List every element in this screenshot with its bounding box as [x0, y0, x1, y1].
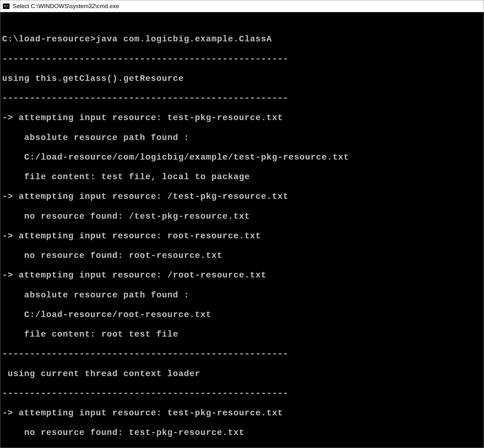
output-line: no resource found: /test-pkg-resource.tx… [2, 212, 482, 222]
output-line: C:/load-resource/root-resource.txt [2, 310, 482, 320]
output-line: file content: root test file [2, 329, 482, 339]
titlebar[interactable]: C:\ Select C:\WINDOWS\system32\cmd.exe [0, 0, 484, 12]
output-line: no resource found: test-pkg-resource.txt [2, 428, 482, 438]
output-line: absolute resource path found : [2, 290, 482, 300]
window-title: Select C:\WINDOWS\system32\cmd.exe [13, 3, 119, 10]
section-header: using current thread context loader [2, 369, 482, 379]
cmd-icon: C:\ [3, 3, 10, 9]
output-line: file content: test file, local to packag… [2, 172, 482, 182]
command: java com.logicbig.example.ClassA [96, 34, 272, 44]
separator: ----------------------------------------… [2, 93, 482, 103]
separator: ----------------------------------------… [2, 389, 482, 399]
terminal-output[interactable]: C:\load-resource>java com.logicbig.examp… [0, 12, 484, 448]
output-line: no resource found: root-resource.txt [2, 251, 482, 261]
output-line: absolute resource path found : [2, 133, 482, 143]
output-line: -> attempting input resource: /root-reso… [2, 270, 482, 280]
separator: ----------------------------------------… [2, 349, 482, 359]
section-header: using this.getClass().getResource [2, 74, 482, 84]
output-line: C:/load-resource/com/logicbig/example/te… [2, 152, 482, 162]
cmd-window: C:\ Select C:\WINDOWS\system32\cmd.exe C… [0, 0, 484, 448]
output-line: -> attempting input resource: /test-pkg-… [2, 192, 482, 202]
output-line: -> attempting input resource: test-pkg-r… [2, 113, 482, 123]
output-line: -> attempting input resource: root-resou… [2, 231, 482, 241]
prompt: C:\load-resource> [2, 34, 96, 44]
output-line: -> attempting input resource: /test-pkg-… [2, 448, 482, 448]
prompt-line: C:\load-resource>java com.logicbig.examp… [2, 34, 482, 44]
output-line: -> attempting input resource: test-pkg-r… [2, 408, 482, 418]
separator: ----------------------------------------… [2, 54, 482, 64]
